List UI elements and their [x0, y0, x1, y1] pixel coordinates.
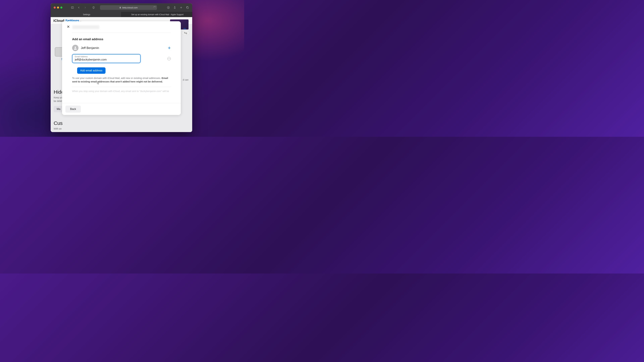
divider — [72, 87, 171, 87]
person-row: Jeff Benjamin + — [72, 45, 171, 51]
tab-label: Set up an existing domain with iCloud Ma… — [131, 13, 184, 16]
back-button[interactable]: Back — [66, 106, 81, 113]
add-email-modal: ✕ Add an email address Jeff Benjamin + E… — [62, 21, 181, 115]
traffic-lights — [54, 6, 62, 8]
close-window-button[interactable] — [54, 6, 56, 8]
svg-rect-0 — [71, 7, 74, 8]
downloads-icon[interactable] — [167, 6, 170, 9]
page-content: iCloud Settings ⌄ Jeff ⌄ iPhone iPhone 1 — [51, 17, 192, 132]
tab-support[interactable]: Set up an existing domain with iCloud Ma… — [122, 12, 192, 17]
tab-settings[interactable]: Settings — [51, 12, 122, 17]
url-bar[interactable]: beta.icloud.com — [100, 5, 157, 10]
email-label: Email Address — [75, 55, 138, 58]
sidebar-toggle-icon[interactable] — [71, 6, 74, 9]
add-person-button[interactable]: + — [168, 45, 171, 50]
new-tab-icon[interactable] — [180, 6, 183, 9]
reload-icon[interactable] — [153, 6, 156, 9]
forward-icon — [84, 6, 87, 9]
title-bar: beta.icloud.com — [51, 3, 192, 12]
faded-note: When you stop using your domain with iCl… — [72, 90, 171, 93]
avatar — [72, 45, 78, 51]
fullscreen-window-button[interactable] — [60, 6, 62, 8]
privacy-shield-icon[interactable] — [92, 6, 95, 9]
svg-rect-8 — [187, 7, 188, 8]
back-icon[interactable] — [77, 6, 80, 9]
tab-bar: Settings Set up an existing domain with … — [51, 12, 192, 17]
svg-point-9 — [75, 46, 76, 48]
close-modal-button[interactable]: ✕ — [67, 25, 70, 29]
remove-email-button[interactable] — [167, 57, 171, 60]
minimize-window-button[interactable] — [57, 6, 59, 8]
share-icon[interactable] — [173, 6, 176, 9]
modal-heading: Add an email address — [72, 37, 176, 41]
safari-window: beta.icloud.com Settings — [51, 3, 192, 132]
lock-icon — [119, 6, 121, 8]
email-field-wrap[interactable]: Email Address — [72, 54, 140, 63]
tab-label: Settings — [83, 13, 90, 16]
url-text: beta.icloud.com — [122, 6, 138, 9]
tab-overview-icon[interactable] — [186, 6, 189, 9]
modal-redacted-heading — [72, 25, 99, 29]
modal-footer: Back — [62, 103, 181, 115]
person-name: Jeff Benjamin — [81, 46, 99, 50]
info-text: To use your custom domain with iCloud Ma… — [72, 76, 171, 83]
add-email-button[interactable]: Add email address — [77, 67, 106, 74]
email-input[interactable] — [75, 58, 138, 61]
